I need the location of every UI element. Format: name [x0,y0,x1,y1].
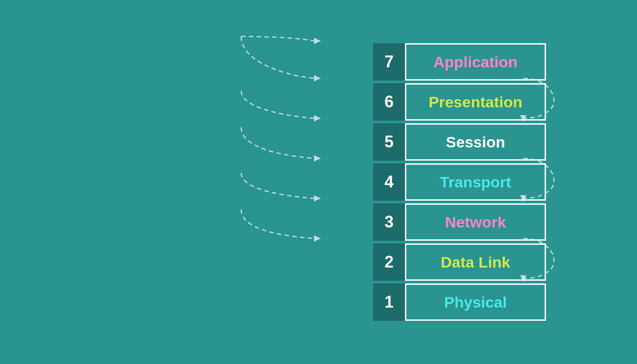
svg-marker-1 [314,75,321,81]
layer-number-5: 5 [373,123,405,161]
layer-number-1: 1 [373,283,405,321]
layer-number-7: 7 [373,43,405,81]
layer-row-5: 5Session [373,123,546,161]
layer-row-7: 7Application [373,43,546,81]
layer-number-4: 4 [373,163,405,201]
layer-row-2: 2Data Link [373,243,546,281]
layer-number-3: 3 [373,203,405,241]
layer-number-6: 6 [373,83,405,121]
svg-marker-0 [314,38,321,44]
svg-marker-3 [314,155,321,162]
layer-row-6: 6Presentation [373,83,546,121]
left-arrows-svg [223,0,323,364]
layer-row-3: 3Network [373,203,546,241]
right-arrows-svg [523,0,614,364]
svg-marker-4 [314,195,321,202]
layers-container: 7Application6Presentation5Session4Transp… [373,43,546,321]
svg-marker-2 [314,115,321,121]
svg-marker-5 [314,235,321,242]
layer-row-1: 1Physical [373,283,546,321]
layer-number-2: 2 [373,243,405,281]
layer-row-4: 4Transport [373,163,546,201]
